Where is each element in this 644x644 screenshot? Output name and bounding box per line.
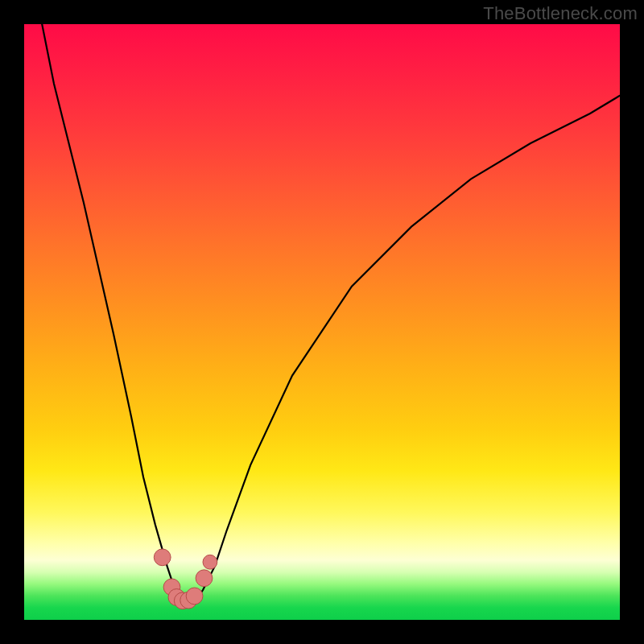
data-marker [196, 570, 213, 587]
data-marker [203, 555, 217, 569]
chart-svg [24, 24, 620, 620]
data-marker [154, 549, 171, 566]
data-marker [186, 588, 203, 605]
markers-group [154, 549, 217, 609]
curve-path [42, 24, 620, 602]
watermark-text: TheBottleneck.com [483, 3, 638, 24]
plot-area [24, 24, 620, 620]
chart-frame: TheBottleneck.com [0, 0, 644, 644]
